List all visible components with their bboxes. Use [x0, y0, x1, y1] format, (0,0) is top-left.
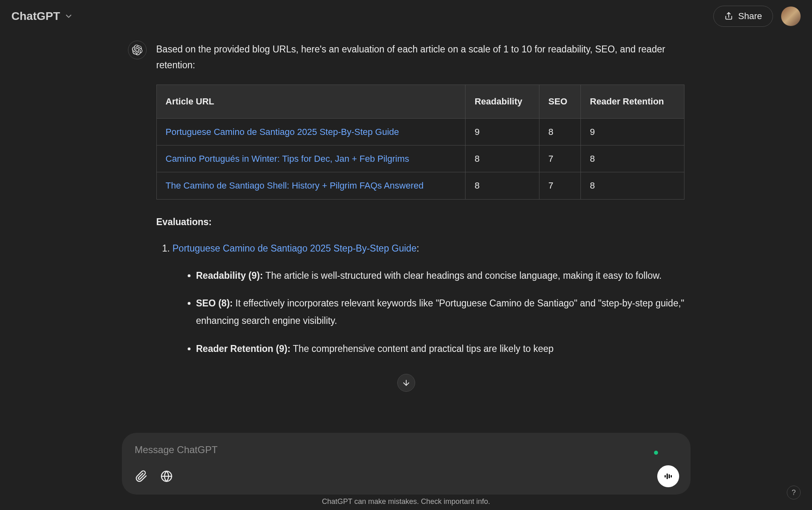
web-button[interactable]	[158, 468, 175, 484]
colon: :	[416, 243, 419, 254]
table-row: The Camino de Santiago Shell: History + …	[156, 172, 684, 199]
waveform-icon	[663, 471, 673, 481]
point-text: The comprehensive content and practical …	[290, 343, 554, 354]
point-label: SEO (8):	[196, 298, 233, 308]
share-label: Share	[738, 11, 762, 22]
th-url: Article URL	[156, 85, 466, 118]
status-indicator	[654, 451, 658, 455]
table-row: Camino Portugués in Winter: Tips for Dec…	[156, 145, 684, 172]
evaluation-point: Readability (9): The article is well-str…	[196, 267, 684, 284]
evaluation-point: Reader Retention (9): The comprehensive …	[196, 340, 684, 358]
cell-seo: 7	[539, 145, 581, 172]
disclaimer-text: ChatGPT can make mistakes. Check importa…	[322, 497, 490, 506]
cell-retention: 8	[581, 145, 684, 172]
attach-button[interactable]	[133, 468, 149, 484]
article-link[interactable]: Portuguese Camino de Santiago 2025 Step-…	[166, 127, 399, 137]
svg-rect-5	[667, 473, 668, 479]
point-text: The article is well-structured with clea…	[263, 270, 661, 281]
header: ChatGPT Share	[0, 0, 812, 33]
evaluations-heading: Evaluations:	[156, 214, 684, 230]
composer-left	[133, 468, 175, 484]
evaluation-point: SEO (8): It effectively incorporates rel…	[196, 295, 684, 329]
paperclip-icon	[135, 470, 147, 482]
svg-rect-7	[671, 475, 672, 477]
chevron-down-icon	[64, 12, 73, 21]
message-body: Based on the provided blog URLs, here's …	[156, 33, 684, 368]
message-input[interactable]	[133, 441, 679, 465]
point-label: Readability (9):	[196, 270, 263, 281]
brand-name: ChatGPT	[11, 10, 60, 23]
avatar[interactable]	[781, 7, 801, 26]
point-label: Reader Retention (9):	[196, 343, 291, 354]
chat-container: Based on the provided blog URLs, here's …	[112, 33, 701, 368]
openai-logo-icon	[132, 45, 143, 55]
globe-icon	[160, 470, 173, 482]
cell-readability: 8	[466, 145, 539, 172]
evaluation-sublist: Readability (9): The article is well-str…	[173, 267, 684, 357]
point-text: It effectively incorporates relevant key…	[196, 298, 684, 326]
intro-text: Based on the provided blog URLs, here's …	[156, 41, 684, 73]
th-readability: Readability	[466, 85, 539, 118]
cell-readability: 8	[466, 172, 539, 199]
help-button[interactable]: ?	[787, 486, 801, 499]
share-icon	[724, 12, 733, 21]
cell-retention: 8	[581, 172, 684, 199]
assistant-avatar	[128, 41, 147, 59]
article-link[interactable]: Camino Portugués in Winter: Tips for Dec…	[166, 154, 409, 164]
th-retention: Reader Retention	[581, 85, 684, 118]
cell-seo: 8	[539, 118, 581, 145]
th-seo: SEO	[539, 85, 581, 118]
arrow-down-icon	[402, 378, 411, 387]
voice-input-button[interactable]	[657, 465, 679, 487]
svg-rect-6	[669, 474, 670, 478]
evaluation-title-link[interactable]: Portuguese Camino de Santiago 2025 Step-…	[173, 243, 417, 254]
table-header-row: Article URL Readability SEO Reader Reten…	[156, 85, 684, 118]
model-switcher[interactable]: ChatGPT	[11, 10, 73, 23]
assistant-message: Based on the provided blog URLs, here's …	[128, 33, 684, 368]
composer	[122, 433, 691, 495]
svg-rect-4	[665, 475, 666, 477]
table-row: Portuguese Camino de Santiago 2025 Step-…	[156, 118, 684, 145]
cell-seo: 7	[539, 172, 581, 199]
evaluation-item: Portuguese Camino de Santiago 2025 Step-…	[173, 241, 684, 357]
composer-wrap	[122, 433, 691, 495]
evaluations-list: Portuguese Camino de Santiago 2025 Step-…	[156, 241, 684, 357]
cell-retention: 9	[581, 118, 684, 145]
header-right: Share	[713, 6, 801, 27]
cell-readability: 9	[466, 118, 539, 145]
evaluation-table: Article URL Readability SEO Reader Reten…	[156, 85, 684, 200]
article-link[interactable]: The Camino de Santiago Shell: History + …	[166, 180, 424, 191]
scroll-to-bottom-button[interactable]	[397, 374, 415, 392]
composer-toolbar	[133, 465, 679, 487]
share-button[interactable]: Share	[713, 6, 773, 27]
